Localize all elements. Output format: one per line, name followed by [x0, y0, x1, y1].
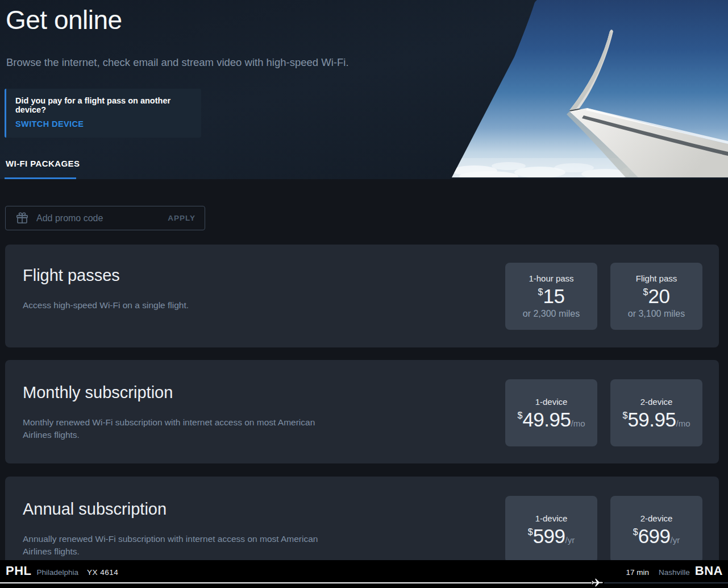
monthly-subscription-card: Monthly subscription Monthly renewed Wi-… — [5, 360, 719, 463]
option-price: $59.95/mo — [622, 409, 690, 429]
origin-code: PHL — [6, 564, 32, 578]
option-price: $49.95/mo — [517, 409, 585, 429]
card-description: Monthly renewed Wi-Fi subscription with … — [23, 416, 330, 441]
card-description: Annually renewed Wi-Fi subscription with… — [23, 533, 330, 557]
destination-city: Nashville — [659, 568, 690, 577]
switch-device-notice: Did you pay for a flight pass on another… — [5, 89, 201, 138]
option-label: 1-hour pass — [529, 274, 573, 283]
flight-progress-remaining — [604, 582, 728, 583]
header: Get online Browse the internet, check em… — [0, 0, 728, 179]
option-price: $699/yr — [633, 526, 680, 546]
option-annual-1-device[interactable]: 1-device $599/yr — [505, 496, 597, 563]
flight-status-bar: PHL Philadelphia YX 4614 17 min Nashvill… — [0, 560, 728, 588]
option-label: 2-device — [640, 397, 673, 407]
flight-number: YX 4614 — [87, 568, 118, 577]
option-miles-note: or 3,100 miles — [628, 309, 685, 319]
card-description: Access high-speed Wi-Fi on a single flig… — [23, 299, 189, 312]
promo-code-input[interactable] — [36, 213, 168, 223]
card-title: Monthly subscription — [23, 383, 173, 402]
tab-active-indicator — [5, 177, 76, 179]
flight-progress-completed — [0, 582, 592, 583]
option-monthly-2-device[interactable]: 2-device $59.95/mo — [610, 379, 702, 446]
destination-group: 17 min Nashville BNA — [626, 564, 723, 578]
notice-question: Did you pay for a flight pass on another… — [15, 96, 190, 114]
flight-passes-card: Flight passes Access high-speed Wi-Fi on… — [5, 245, 719, 347]
airplane-icon — [591, 578, 604, 587]
option-price: $15 — [538, 286, 565, 306]
apply-promo-button[interactable]: APPLY — [168, 214, 195, 222]
time-remaining: 17 min — [626, 568, 650, 577]
option-flight-pass[interactable]: Flight pass $20 or 3,100 miles — [610, 263, 702, 330]
destination-code: BNA — [695, 564, 723, 578]
card-title: Flight passes — [23, 266, 120, 285]
switch-device-link[interactable]: SWITCH DEVICE — [15, 119, 84, 129]
option-annual-2-device[interactable]: 2-device $699/yr — [610, 496, 702, 563]
tab-wifi-packages[interactable]: WI-FI PACKAGES — [6, 159, 80, 168]
option-monthly-1-device[interactable]: 1-device $49.95/mo — [505, 379, 597, 446]
option-label: 1-device — [535, 514, 568, 523]
page-title: Get online — [6, 5, 122, 35]
option-miles-note: or 2,300 miles — [523, 309, 580, 319]
promo-code-field[interactable]: APPLY — [5, 206, 205, 230]
option-1-hour-pass[interactable]: 1-hour pass $15 or 2,300 miles — [505, 263, 597, 330]
option-price: $599/yr — [528, 526, 575, 546]
option-label: 1-device — [535, 397, 568, 407]
option-label: Flight pass — [636, 274, 677, 283]
origin-city: Philadelphia — [37, 568, 79, 577]
gift-icon — [15, 212, 29, 225]
card-title: Annual subscription — [23, 500, 167, 519]
origin-group: PHL Philadelphia YX 4614 — [6, 564, 118, 578]
option-price: $20 — [643, 286, 670, 306]
wing-photo — [452, 0, 728, 177]
page-subtitle: Browse the internet, check email and str… — [6, 56, 349, 69]
option-label: 2-device — [640, 514, 673, 523]
